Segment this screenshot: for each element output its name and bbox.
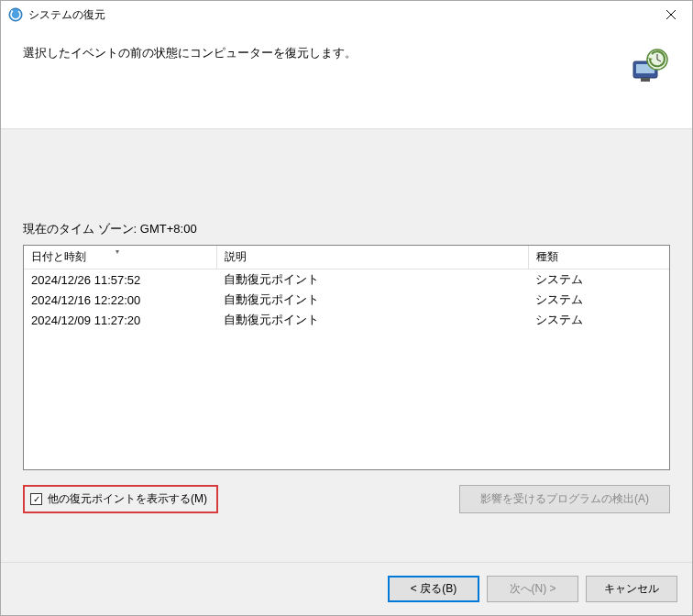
next-button: 次へ(N) > (487, 576, 578, 602)
cell-type: システム (528, 270, 669, 290)
column-header-description[interactable]: 説明 (216, 246, 528, 269)
footer: < 戻る(B) 次へ(N) > キャンセル (1, 562, 692, 615)
cell-description: 自動復元ポイント (216, 310, 528, 330)
scan-affected-programs-button: 影響を受けるプログラムの検出(A) (459, 485, 670, 513)
restore-wizard-icon (630, 45, 670, 89)
checkbox-icon: ✓ (30, 493, 42, 505)
back-button[interactable]: < 戻る(B) (388, 576, 479, 602)
cell-description: 自動復元ポイント (216, 270, 528, 290)
window-title: システムの復元 (28, 7, 650, 23)
svg-rect-3 (641, 78, 650, 82)
options-row: ✓ 他の復元ポイントを表示する(M) 影響を受けるプログラムの検出(A) (23, 485, 670, 513)
column-header-date[interactable]: 日付と時刻 ▾ (24, 246, 216, 269)
restore-points-table: 日付と時刻 ▾ 説明 種類 2024/12/26 11:57:52自動復元ポイン… (23, 245, 670, 470)
table-row[interactable]: 2024/12/16 12:22:00自動復元ポイントシステム (24, 290, 669, 310)
header-message: 選択したイベントの前の状態にコンピューターを復元します。 (23, 45, 630, 61)
column-header-type[interactable]: 種類 (528, 246, 669, 269)
content-area: 現在のタイム ゾーン: GMT+8:00 日付と時刻 ▾ 説明 種類 2024/… (1, 129, 692, 562)
cell-date: 2024/12/16 12:22:00 (24, 292, 216, 309)
cell-type: システム (528, 290, 669, 310)
table-row[interactable]: 2024/12/26 11:57:52自動復元ポイントシステム (24, 270, 669, 290)
table-header: 日付と時刻 ▾ 説明 種類 (24, 246, 669, 270)
timezone-label: 現在のタイム ゾーン: GMT+8:00 (23, 221, 670, 237)
show-more-restore-points-checkbox[interactable]: ✓ 他の復元ポイントを表示する(M) (23, 485, 218, 513)
system-restore-icon (8, 7, 23, 22)
table-body: 2024/12/26 11:57:52自動復元ポイントシステム2024/12/1… (24, 270, 669, 330)
sort-descending-icon: ▾ (116, 248, 119, 256)
cell-type: システム (528, 310, 669, 330)
close-button[interactable] (650, 1, 692, 28)
column-header-date-label: 日付と時刻 (31, 250, 86, 263)
header-area: 選択したイベントの前の状態にコンピューターを復元します。 (1, 28, 692, 129)
table-row[interactable]: 2024/12/09 11:27:20自動復元ポイントシステム (24, 310, 669, 330)
cell-description: 自動復元ポイント (216, 290, 528, 310)
cancel-button[interactable]: キャンセル (586, 576, 677, 602)
system-restore-window: システムの復元 選択したイベントの前の状態にコンピューターを復元します。 現在の… (0, 0, 693, 616)
checkbox-label: 他の復元ポイントを表示する(M) (48, 491, 207, 507)
cell-date: 2024/12/26 11:57:52 (24, 271, 216, 289)
titlebar: システムの復元 (1, 1, 692, 28)
cell-date: 2024/12/09 11:27:20 (24, 312, 216, 329)
